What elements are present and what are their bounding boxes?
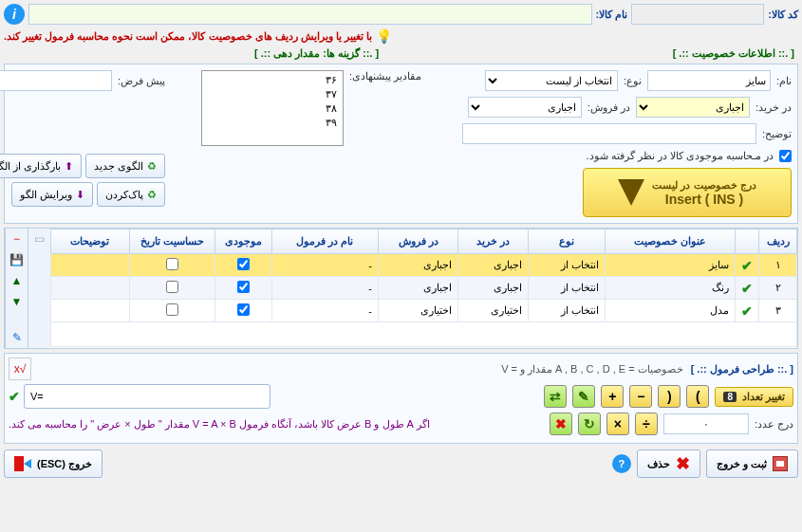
- type-field-label: نوع:: [624, 75, 642, 87]
- paren-close-button[interactable]: ): [686, 385, 709, 408]
- col-stock: موجودی: [214, 229, 271, 254]
- save-icon: [773, 456, 788, 471]
- prop-sell-select[interactable]: اجباری: [468, 97, 582, 118]
- edit-row-button[interactable]: ✎: [9, 329, 26, 346]
- date-checkbox[interactable]: [166, 258, 178, 270]
- divide-button[interactable]: ÷: [635, 413, 658, 435]
- clear-button[interactable]: ♻پاک‌کردن: [97, 182, 165, 207]
- sell-field-label: در فروش:: [588, 101, 630, 114]
- paren-open-button[interactable]: (: [658, 385, 681, 408]
- col-type: نوع: [529, 229, 606, 254]
- scroll-handle-icon[interactable]: ▭: [31, 230, 48, 248]
- bulb-icon: 💡: [376, 28, 392, 44]
- name-label: نام کالا:: [596, 9, 628, 21]
- formula-edit-button[interactable]: ✎: [572, 385, 595, 408]
- download-icon: ⬇: [76, 189, 84, 201]
- formula-panel: [ .:: طراحی فرمول ::. ] V = مقدار و A , …: [4, 353, 798, 444]
- col-date: حساسیت تاریخ: [129, 229, 214, 254]
- property-grid: ردیف عنوان خصوصیت نوع در خرید در فروش نا…: [4, 228, 798, 349]
- section-opts-title: [ .:: گزینه ها: مقدار دهی ::. ]: [254, 47, 379, 60]
- check-icon: ✔: [741, 281, 753, 296]
- load-pattern-button[interactable]: ⬆بارگذاری از الگو: [0, 154, 82, 178]
- product-name-input[interactable]: [28, 4, 592, 25]
- recycle-icon: ♻: [147, 189, 157, 201]
- stock-checkbox[interactable]: [237, 281, 250, 293]
- recycle-icon: ♻: [147, 160, 157, 173]
- save-row-button[interactable]: 💾: [9, 251, 26, 268]
- warning-text: با تغییر یا ویرایش ردیف های خصوصیت کالا،…: [4, 30, 372, 43]
- move-up-button[interactable]: ▲: [9, 272, 26, 289]
- prop-desc-input[interactable]: [462, 123, 756, 144]
- info-icon[interactable]: i: [4, 4, 25, 25]
- table-row[interactable]: ۲ ✔ رنگ انتخاب از اجباری اجباری -: [51, 277, 797, 300]
- suggest-listbox[interactable]: ۳۶ ۳۷ ۳۸ ۳۹: [201, 70, 344, 146]
- stock-checkbox[interactable]: [237, 303, 250, 316]
- code-label: کد کالا:: [768, 9, 798, 21]
- formula-delete-button[interactable]: ✖: [550, 413, 572, 435]
- default-label: پیش فرض:: [118, 75, 165, 87]
- new-pattern-button[interactable]: ♻الگوی جدید: [85, 154, 165, 178]
- grid-side-tools: ▭: [28, 229, 50, 348]
- delete-button[interactable]: ✖ حذف: [637, 449, 700, 478]
- num-insert-input[interactable]: [663, 413, 749, 434]
- stock-calc-checkbox[interactable]: [779, 150, 792, 162]
- edit-pattern-button[interactable]: ⬇ویرایش الگو: [11, 182, 93, 207]
- col-row: ردیف: [759, 229, 797, 254]
- suggest-label: مقادیر پیشنهادی:: [349, 70, 421, 83]
- help-icon[interactable]: ?: [612, 454, 631, 473]
- insert-property-button[interactable]: درج خصوصیت در لیست Insert ( INS ): [583, 168, 792, 217]
- product-code-input[interactable]: [631, 4, 764, 25]
- prop-buy-select[interactable]: اجباری: [636, 97, 750, 118]
- col-formula: نام در فرمول: [271, 229, 378, 254]
- buy-field-label: در خرید:: [755, 101, 792, 114]
- upload-icon: ⬆: [65, 160, 73, 173]
- plus-button[interactable]: +: [601, 385, 624, 408]
- x-icon: ✖: [676, 453, 690, 474]
- date-checkbox[interactable]: [166, 303, 178, 316]
- num-insert-label: درج عدد:: [755, 418, 793, 431]
- date-checkbox[interactable]: [166, 281, 178, 293]
- change-count-button[interactable]: تغییر تعداد 8: [715, 387, 793, 407]
- minus-button[interactable]: −: [629, 385, 652, 408]
- formula-sync-button[interactable]: ⇄: [544, 385, 567, 408]
- col-desc: توضیحات: [51, 229, 130, 254]
- prop-type-select[interactable]: انتخاب از لیست: [485, 70, 618, 91]
- table-row: [51, 322, 797, 347]
- col-buy: در خرید: [458, 229, 529, 254]
- formula-input[interactable]: [24, 384, 270, 409]
- formula-refresh-button[interactable]: ↻: [578, 413, 601, 435]
- desc-field-label: توضیح:: [762, 128, 792, 140]
- formula-title: [ .:: طراحی فرمول ::. ]: [691, 363, 793, 376]
- formula-check-icon[interactable]: ✔: [9, 389, 20, 404]
- col-check: [736, 229, 759, 254]
- name-field-label: نام:: [776, 75, 792, 87]
- footer-bar: ثبت و خروج ✖ حذف ? خروج (ESC): [4, 448, 798, 480]
- default-select[interactable]: [0, 70, 112, 91]
- table-row[interactable]: ۳ ✔ مدل انتخاب از اختیاری اختیاری -: [51, 300, 797, 322]
- check-icon: ✔: [741, 303, 753, 319]
- grid-side-tools-2: − 💾 ▲ ▼ ✎: [5, 229, 28, 348]
- formula-root-icon[interactable]: √x: [9, 358, 31, 380]
- remove-row-button[interactable]: −: [9, 230, 26, 248]
- move-down-button[interactable]: ▼: [9, 293, 26, 310]
- property-panel: نام: نوع: انتخاب از لیست در خرید: اجباری…: [4, 64, 798, 224]
- formula-example: اگر A طول و B عرض کالا باشد، آنگاه فرمول…: [9, 418, 430, 431]
- prop-name-input[interactable]: [647, 70, 771, 91]
- col-title: عنوان خصوصیت: [606, 229, 736, 254]
- check-icon: ✔: [741, 258, 753, 273]
- table-row[interactable]: ۱ ✔ سایز انتخاب از اجباری اجباری -: [51, 254, 797, 277]
- stock-calc-label: در مـحاسبه موجودی کالا در نظر گرفته شود.: [587, 150, 774, 162]
- multiply-button[interactable]: ×: [606, 413, 629, 435]
- stock-checkbox[interactable]: [237, 258, 250, 270]
- exit-button[interactable]: خروج (ESC): [4, 449, 103, 478]
- exit-icon: [14, 456, 31, 471]
- save-and-exit-button[interactable]: ثبت و خروج: [706, 449, 798, 478]
- section-props-title: [ .:: اطلاعات خصوصیت ::. ]: [673, 47, 794, 60]
- formula-hint: V = مقدار و A , B , C , D , E = خصوصیات: [501, 363, 683, 376]
- col-sell: در فروش: [378, 229, 457, 254]
- arrow-down-icon: [618, 179, 644, 206]
